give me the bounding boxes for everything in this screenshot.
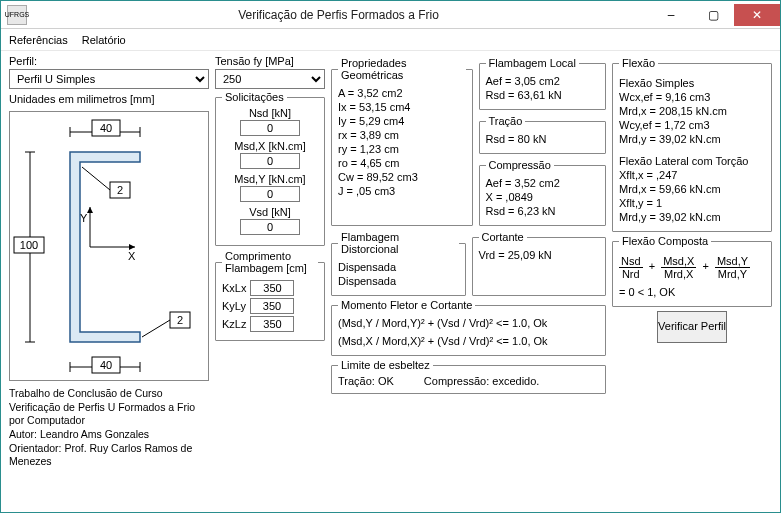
kyly-label: KyLy [222,300,246,312]
flambagem-local-group: Flambagem Local Aef = 3,05 cm2 Rsd = 63,… [479,57,607,110]
menu-referencias[interactable]: Referências [9,34,68,46]
maximize-button[interactable]: ▢ [692,4,734,26]
kxlx-input[interactable] [250,280,294,296]
dim-t2: 2 [177,314,183,326]
fdist-l1: Dispensada [338,261,459,273]
verificar-perfil-button[interactable]: Verificar Perfil [657,311,727,343]
flexao-lateral-heading: Flexão Lateral com Torção [619,155,765,167]
svg-line-15 [142,320,170,337]
flexao-mrdy2: Mrd,y = 39,02 kN.cm [619,211,765,223]
svg-line-13 [82,167,110,190]
vsd-input[interactable] [240,219,300,235]
flexao-mrdx: Mrd,x = 208,15 kN.cm [619,105,765,117]
flexao-mrdy: Mrd,y = 39,02 kN.cm [619,133,765,145]
comp-x: X = ,0849 [486,191,600,203]
dim-top: 40 [100,122,112,134]
flexao-simples-heading: Flexão Simples [619,77,765,89]
svg-marker-19 [87,207,93,213]
app-icon: UFRGS [7,5,27,25]
perfil-label: Perfil: [9,55,209,67]
axis-x: X [128,250,136,262]
kyly-input[interactable] [250,298,294,314]
comprimento-flambagem-group: Comprimento Flambagem [cm] KxLx KyLy KzL… [215,250,325,341]
momento-fletor-cortante-group: Momento Fletor e Cortante (Msd,Y / Mord,… [331,299,606,356]
msdy-input[interactable] [240,186,300,202]
geom-j: J = ,05 cm3 [338,185,466,197]
flambagem-distorcional-group: Flambagem Distorcional Dispensada Dispen… [331,231,466,296]
nsd-label: Nsd [kN] [222,107,318,119]
cort-vrd: Vrd = 25,09 kN [479,249,600,261]
close-button[interactable]: ✕ [734,4,780,26]
dim-depth: 100 [20,239,38,251]
flexao-group: Flexão Flexão Simples Wcx,ef = 9,16 cm3 … [612,57,772,232]
axis-y: Y [80,212,88,224]
esbeltez-tracao: Tração: OK [338,375,394,387]
unidades-label: Unidades em milimetros [mm] [9,93,209,105]
comp-aef: Aef = 3,52 cm2 [486,177,600,189]
cortante-group: Cortante Vrd = 25,09 kN [472,231,607,296]
flexao-wcy: Wcy,ef = 1,72 cm3 [619,119,765,131]
profile-diagram: 40 40 100 2 [9,111,209,381]
geom-rx: rx = 3,89 cm [338,129,466,141]
dim-t1: 2 [117,184,123,196]
geom-ix: Ix = 53,15 cm4 [338,101,466,113]
tensao-select[interactable]: 250 [215,69,325,89]
vsd-label: Vsd [kN] [222,206,318,218]
flocal-rsd: Rsd = 63,61 kN [486,89,600,101]
window-title: Verificação de Perfis Formados a Frio [27,8,650,22]
comp-rsd: Rsd = 6,23 kN [486,205,600,217]
flocal-aef: Aef = 3,05 cm2 [486,75,600,87]
geom-cw: Cw = 89,52 cm3 [338,171,466,183]
minimize-button[interactable]: – [650,4,692,26]
kzlz-input[interactable] [250,316,294,332]
flexao-wcx: Wcx,ef = 9,16 cm3 [619,91,765,103]
flexao-xflty: Xflt,y = 1 [619,197,765,209]
nsd-input[interactable] [240,120,300,136]
flexao-xfltx: Xflt,x = ,247 [619,169,765,181]
kxlx-label: KxLx [222,282,246,294]
msdx-label: Msd,X [kN.cm] [222,140,318,152]
esbeltez-compressao: Compressão: excedido. [424,375,540,387]
geom-a: A = 3,52 cm2 [338,87,466,99]
tensao-label: Tensão fy [MPa] [215,55,325,67]
geom-iy: Iy = 5,29 cm4 [338,115,466,127]
perfil-select[interactable]: Perfil U Simples [9,69,209,89]
propriedades-geometricas-group: Propriedades Geométricas A = 3,52 cm2 Ix… [331,57,473,226]
dim-bottom: 40 [100,359,112,371]
kzlz-label: KzLz [222,318,246,330]
menubar: Referências Relatório [1,29,780,51]
tracao-group: Tração Rsd = 80 kN [479,115,607,154]
msdy-label: Msd,Y [kN.cm] [222,173,318,185]
geom-ro: ro = 4,65 cm [338,157,466,169]
flexao-composta-group: Flexão Composta NsdNrd + Msd,XMrd,X + Ms… [612,235,772,307]
msdx-input[interactable] [240,153,300,169]
menu-relatorio[interactable]: Relatório [82,34,126,46]
flexao-composta-result: = 0 < 1, OK [619,286,765,298]
solicitacoes-group: Solicitações Nsd [kN] Msd,X [kN.cm] Msd,… [215,91,325,246]
momento-l1: (Msd,Y / Mord,Y)² + (Vsd / Vrd)² <= 1.0,… [338,317,599,329]
momento-l2: (Msd,X / Mord,X)² + (Vsd / Vrd)² <= 1.0,… [338,335,599,347]
limite-esbeltez-group: Limite de esbeltez Tração: OK Compressão… [331,359,606,394]
fdist-l2: Dispensada [338,275,459,287]
flexao-mrdx2: Mrd,x = 59,66 kN.cm [619,183,765,195]
credits: Trabalho de Conclusão de Curso Verificaç… [9,387,209,469]
titlebar: UFRGS Verificação de Perfis Formados a F… [1,1,780,29]
tracao-rsd: Rsd = 80 kN [486,133,600,145]
compressao-group: Compressão Aef = 3,52 cm2 X = ,0849 Rsd … [479,159,607,226]
geom-ry: ry = 1,23 cm [338,143,466,155]
